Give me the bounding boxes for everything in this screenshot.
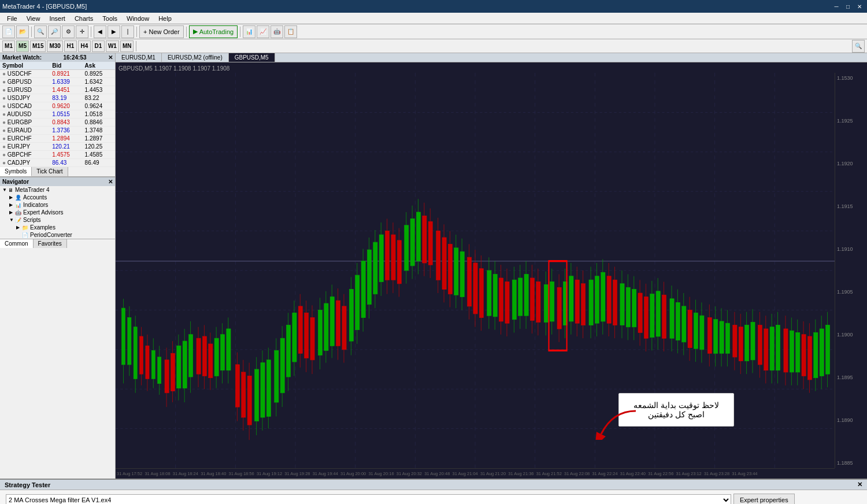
market-watch-close[interactable]: ✕ [108, 54, 113, 61]
expert-advisors-btn[interactable]: 🤖 [271, 25, 283, 38]
market-watch-row[interactable]: ● EURAUD1.37361.3748 [0, 127, 115, 135]
price-level-7: 1.1900 [837, 332, 865, 338]
tf-w1[interactable]: W1 [106, 40, 119, 52]
navigator-header: Navigator ✕ [0, 177, 115, 186]
market-watch-row[interactable]: ● USDCHF0.89210.8925 [0, 70, 115, 78]
market-watch-bid: 1.2894 [50, 135, 82, 143]
market-watch-row[interactable]: ● USDCAD0.96200.9624 [0, 102, 115, 110]
market-watch-row[interactable]: ● GBPUSD1.63391.6342 [0, 78, 115, 86]
tf-m5[interactable]: M5 [16, 40, 29, 52]
period-sep-btn[interactable]: | [121, 25, 134, 38]
zoom-in-btn[interactable]: 🔍 [34, 25, 47, 38]
svg-rect-163 [416, 212, 420, 261]
svg-rect-151 [391, 235, 395, 280]
market-watch-row[interactable]: ● EURGBP0.88430.8846 [0, 118, 115, 127]
price-level-4: 1.1915 [837, 203, 865, 209]
nav-item-period-converter[interactable]: 📄 PeriodConverter [0, 231, 115, 239]
open-btn[interactable]: 📂 [16, 25, 29, 38]
menu-help[interactable]: Help [154, 14, 176, 23]
navigator-title: Navigator [2, 179, 29, 185]
tf-mn[interactable]: MN [120, 40, 134, 52]
menu-charts[interactable]: Charts [70, 14, 98, 23]
svg-rect-106 [298, 306, 302, 353]
nav-item-examples[interactable]: ▶ 📁 Examples [0, 224, 115, 231]
market-watch-row[interactable]: ● EURCHF1.28941.2897 [0, 135, 115, 143]
market-watch-ask: 1.4585 [83, 151, 115, 159]
indicators-btn[interactable]: 📈 [257, 25, 269, 38]
market-watch-row[interactable]: ● AUDUSD1.05151.0518 [0, 110, 115, 118]
svg-rect-31 [139, 336, 143, 374]
search-btn[interactable]: 🔍 [852, 40, 865, 53]
market-watch: Market Watch: 16:24:53 ✕ Symbol Bid Ask … [0, 53, 115, 177]
expand-icon-mt4: ▼ [2, 187, 8, 192]
expert-properties-btn[interactable]: Expert properties [733, 494, 795, 504]
market-watch-row[interactable]: ● USDJPY83.1983.22 [0, 94, 115, 102]
line-studies-btn[interactable]: 📊 [243, 25, 255, 38]
svg-rect-256 [613, 280, 617, 325]
menu-file[interactable]: File [2, 14, 22, 23]
svg-rect-127 [342, 306, 346, 350]
zoom-out-btn[interactable]: 🔎 [48, 25, 61, 38]
chart-tab-eurusd-m1[interactable]: EURUSD,M1 [116, 53, 162, 62]
tf-m30[interactable]: M30 [47, 40, 62, 52]
menu-window[interactable]: Window [122, 14, 154, 23]
navigator-close[interactable]: ✕ [108, 179, 113, 185]
properties-btn[interactable]: ⚙ [62, 25, 75, 38]
sep1 [31, 27, 32, 37]
svg-rect-349 [807, 336, 812, 380]
chart-tab-eurusd-m2[interactable]: EURUSD,M2 (offline) [162, 53, 229, 62]
chart-tab-gbpusd-m5[interactable]: GBPUSD,M5 [229, 53, 275, 62]
nav-item-accounts[interactable]: ▶ 👤 Accounts [0, 194, 115, 201]
menu-bar: File View Insert Charts Tools Window Hel… [0, 13, 867, 24]
scroll-right-btn[interactable]: ▶ [108, 25, 120, 38]
close-button[interactable]: ✕ [854, 2, 865, 11]
nav-tab-common[interactable]: Common [0, 239, 34, 248]
nav-item-expert-advisors[interactable]: ▶ 🤖 Expert Advisors [0, 209, 115, 216]
templates-btn[interactable]: 📋 [284, 25, 297, 38]
menu-insert[interactable]: Insert [45, 14, 70, 23]
ea-dropdown[interactable]: 2 MA Crosses Mega filter EA V1.ex4 [6, 494, 731, 504]
nav-item-metatrader4[interactable]: ▼ 🖥 MetaTrader 4 [0, 186, 115, 194]
market-watch-row[interactable]: ● GBPCHF1.45751.4585 [0, 151, 115, 159]
nav-tab-favorites[interactable]: Favorites [34, 239, 67, 248]
svg-rect-199 [493, 275, 497, 317]
menu-view[interactable]: View [22, 14, 45, 23]
menu-tools[interactable]: Tools [98, 14, 122, 23]
mw-tab-tick-chart[interactable]: Tick Chart [32, 167, 68, 176]
annotation-line2: اصبح كل دفيقتين [629, 410, 723, 419]
nav-item-scripts[interactable]: ▼ 📝 Scripts [0, 216, 115, 224]
new-order-btn[interactable]: + New Order [139, 25, 184, 38]
tf-h4[interactable]: H4 [78, 40, 91, 52]
market-watch-row[interactable]: ● EURUSD1.44511.4453 [0, 86, 115, 94]
market-watch-bid: 1.6339 [50, 78, 82, 86]
svg-rect-229 [557, 287, 561, 329]
svg-rect-58 [197, 338, 201, 374]
scroll-left-btn[interactable]: ◀ [94, 25, 106, 38]
svg-rect-313 [733, 325, 737, 357]
st-panel-close[interactable]: ✕ [857, 481, 862, 488]
sep4 [186, 27, 187, 37]
minimize-button[interactable]: ─ [831, 2, 842, 11]
market-watch-row[interactable]: ● EURJPY120.21120.25 [0, 143, 115, 151]
svg-rect-205 [505, 282, 509, 324]
tf-d1[interactable]: D1 [92, 40, 105, 52]
chart-canvas[interactable]: GBPUSD,M5 1.1907 1.1908 1.1907 1.1908 [116, 62, 867, 479]
svg-rect-274 [650, 294, 654, 338]
restore-button[interactable]: □ [843, 2, 853, 11]
svg-rect-358 [825, 325, 829, 374]
sep3 [136, 27, 137, 37]
svg-rect-193 [479, 269, 483, 318]
tf-m15[interactable]: M15 [30, 40, 46, 52]
svg-rect-88 [261, 363, 265, 417]
st-panel-title: Strategy Tester [5, 481, 50, 488]
auto-trading-btn[interactable]: ▶ AutoTrading [189, 25, 238, 38]
market-watch-row[interactable]: ● CADJPY86.4386.49 [0, 159, 115, 167]
mw-tab-symbols[interactable]: Symbols [0, 167, 32, 176]
nav-item-indicators[interactable]: ▶ 📊 Indicators [0, 201, 115, 209]
crosshair-btn[interactable]: ✛ [76, 25, 88, 38]
st-main-body: 2 MA Crosses Mega filter EA V1.ex4 Exper… [0, 490, 867, 504]
new-chart-btn[interactable]: 📄 [2, 25, 15, 38]
tf-m1[interactable]: M1 [2, 40, 15, 52]
tf-h1[interactable]: H1 [64, 40, 77, 52]
svg-rect-100 [286, 325, 290, 377]
